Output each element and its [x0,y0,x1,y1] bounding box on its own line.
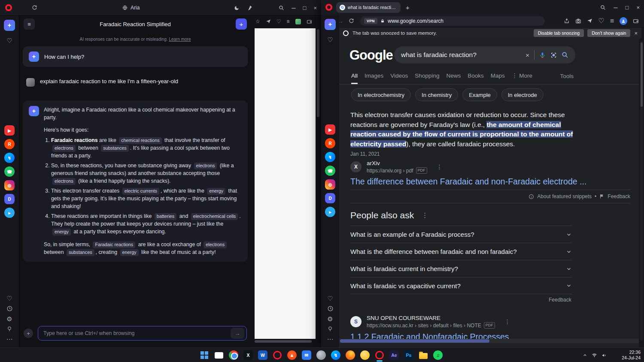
extension-icon[interactable] [295,19,301,24]
voice-search-mic-icon[interactable] [539,52,546,58]
profile-avatar[interactable] [620,17,627,25]
add-to-favorites-icon[interactable]: ♡ [598,17,604,25]
telegram-icon[interactable]: ▸ [325,207,335,217]
close-button[interactable]: × [636,5,640,10]
instagram-icon[interactable]: ◎ [325,179,335,190]
task-view[interactable] [213,349,225,362]
edge-gray[interactable] [315,349,327,362]
tab-images[interactable]: Images [365,72,383,84]
google-logo[interactable]: Google [349,48,393,63]
messenger-icon[interactable]: ↯ [325,152,335,162]
minimize-button[interactable]: ─ [292,5,295,11]
source-url[interactable]: https://arxiv.org › pdf [367,168,413,174]
search-icon[interactable] [279,5,284,11]
close-button[interactable]: × [313,5,317,11]
browser-tab[interactable]: G what is faradaic reaction? [336,2,401,13]
clear-search-icon[interactable]: × [526,51,529,59]
scrollbar-thumb[interactable] [255,340,312,343]
source-url[interactable]: https://ocw.snu.ac.kr › sites › default … [367,323,481,329]
settings-gear-icon[interactable]: ⚙ [6,316,12,322]
tray-chevron-up-icon[interactable] [583,353,587,358]
start-button[interactable] [198,349,210,362]
snapshot-camera-icon[interactable] [575,18,581,24]
reload-icon[interactable] [349,18,354,24]
tab-videos[interactable]: Videos [390,72,408,84]
wallet-icon[interactable] [633,18,639,24]
my-flow-icon[interactable] [266,19,271,24]
opera[interactable] [271,349,283,362]
opera-logo[interactable] [325,4,332,11]
bookmarks-heart-icon[interactable]: ♡ [6,37,12,45]
paa-question-row[interactable]: What is an example of a Faradaic process… [350,226,572,243]
tab-more[interactable]: ⋮ More [512,72,532,84]
tab-shopping[interactable]: Shopping [415,72,439,84]
tab-all[interactable]: All [351,72,358,84]
pinboards-icon[interactable] [6,326,12,332]
document-page[interactable] [255,28,316,339]
favorites-heart-icon[interactable]: ♡ [6,295,12,302]
filter-chip[interactable]: In chemistry [415,88,458,101]
scrollbar-thumb[interactable] [641,42,643,107]
sidebar-setup-icon[interactable]: ⋯ [327,336,334,342]
new-chat-button[interactable]: + [236,18,247,30]
new-tab-button[interactable]: + [406,4,410,11]
adobe-app[interactable]: Ae [388,349,400,362]
youtube-icon[interactable]: ▶ [325,124,335,135]
chat-input[interactable] [43,330,231,336]
aria-sidebar-icon[interactable] [325,19,336,30]
share-icon[interactable] [564,18,570,24]
filter-chip[interactable]: In electrode [501,88,544,101]
info-icon[interactable] [529,194,534,199]
pinboards-icon[interactable] [327,326,333,332]
whatsapp-icon[interactable]: ☎ [4,166,15,177]
feedback-link[interactable]: Feedback [608,193,630,199]
bookmarks-heart-icon[interactable]: ♡ [327,36,333,44]
learn-more-link[interactable]: Learn more [169,37,191,42]
maximize-button[interactable]: □ [303,5,307,11]
tab-books[interactable]: Books [468,72,484,84]
scrollbar-thumb[interactable] [317,29,319,117]
wifi-icon[interactable] [592,353,597,358]
menu-icon[interactable]: ≡ [287,18,290,24]
opera-logo[interactable] [5,4,12,11]
volume-icon[interactable] [601,353,607,358]
attach-plus-button[interactable]: + [24,329,33,338]
taskbar-clock[interactable]: 22:36 24-Jul-24 [622,350,641,361]
reddit-icon[interactable]: R [325,138,335,148]
paa-question-row[interactable]: What is faradaic current in chemistry? [350,260,572,277]
result-options-icon[interactable]: ⋮ [504,318,510,325]
filter-chip[interactable]: In electrochemistry [351,88,411,101]
search-submit-icon[interactable] [562,51,568,58]
maximize-button[interactable]: □ [626,5,629,10]
settings-gear-icon[interactable]: ⚙ [327,316,333,322]
messenger-icon[interactable]: ↯ [4,153,15,163]
chevron-down-icon[interactable] [566,266,572,272]
aria-sidebar-icon[interactable] [4,20,15,31]
scrollbar-thumb[interactable] [340,339,489,343]
paa-question-row[interactable]: What is the difference between faradaic … [350,243,572,260]
tab-news[interactable]: News [446,72,461,84]
search-input[interactable] [401,51,521,59]
result-options-icon[interactable]: ⋮ [437,163,443,170]
tools-button[interactable]: Tools [560,73,574,79]
discord-icon[interactable]: D [325,193,335,203]
minimize-button[interactable]: ─ [614,5,617,10]
chat-menu-icon[interactable]: ≡ [24,18,35,30]
wallet-icon[interactable] [307,19,312,24]
send-button[interactable]: → [231,328,244,339]
yellow-app[interactable] [359,349,371,362]
reading-list-icon[interactable]: ≡ [610,17,614,25]
opera-active[interactable] [374,349,386,362]
favorites-heart-icon[interactable]: ♡ [327,295,333,302]
filter-chip[interactable]: Example [462,88,497,101]
mail[interactable]: ✉ [301,349,313,362]
brave[interactable]: ▲ [286,349,298,362]
discord-icon[interactable]: D [4,194,15,204]
word[interactable]: W [257,349,269,362]
history-clock-icon[interactable] [6,305,13,312]
pin-icon[interactable] [247,5,252,11]
vpn-badge[interactable]: VPN [364,18,377,24]
telegram-icon[interactable]: ▸ [4,208,15,218]
bookmark-star-icon[interactable]: ☆ [255,18,260,24]
x-app[interactable]: X [242,349,254,362]
